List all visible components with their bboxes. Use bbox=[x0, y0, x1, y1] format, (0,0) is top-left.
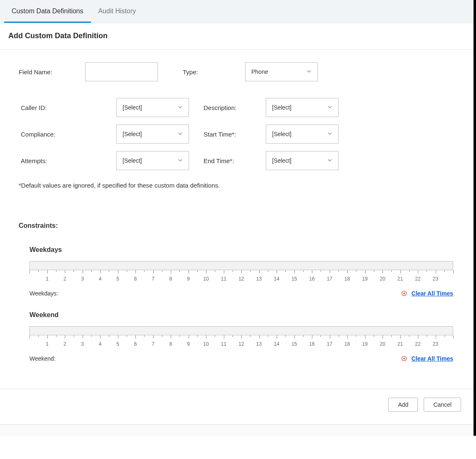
action-bar: Add Cancel bbox=[0, 389, 474, 424]
weekdays-title: Weekdays bbox=[29, 246, 455, 254]
weekend-slider[interactable] bbox=[29, 326, 453, 335]
caller-id-value: [Select] bbox=[123, 104, 142, 111]
type-select-value: Phone bbox=[251, 68, 268, 75]
weekdays-slider[interactable] bbox=[29, 261, 453, 270]
start-time-value: [Select] bbox=[272, 131, 292, 137]
end-time-label: End Time*: bbox=[204, 157, 253, 164]
end-time-select[interactable]: [Select] bbox=[266, 151, 339, 170]
weekdays-clear-all-link[interactable]: Clear All Times bbox=[412, 290, 453, 297]
tab-custom-data-definitions[interactable]: Custom Data Definitions bbox=[4, 0, 91, 23]
weekdays-ticks bbox=[29, 270, 453, 274]
description-value: [Select] bbox=[272, 104, 292, 111]
error-icon bbox=[401, 290, 407, 297]
description-label: Description: bbox=[204, 104, 253, 111]
weekend-block: Weekend 12345678910111213141516171819202… bbox=[19, 311, 455, 362]
weekend-tick-labels: 1234567891011121314151617181920212223 bbox=[29, 341, 453, 349]
form-area: Field Name: Type: Phone Caller ID: [Sele… bbox=[0, 50, 474, 193]
start-time-select[interactable]: [Select] bbox=[266, 125, 339, 144]
field-name-label: Field Name: bbox=[19, 68, 73, 76]
weekend-ticks bbox=[29, 335, 453, 339]
weekdays-tick-labels: 1234567891011121314151617181920212223 bbox=[29, 276, 453, 284]
start-time-label: Start Time*: bbox=[204, 131, 253, 138]
weekdays-block: Weekdays 1234567891011121314151617181920… bbox=[19, 246, 455, 297]
chevron-down-icon bbox=[327, 131, 332, 137]
caller-id-label: Caller ID: bbox=[21, 104, 104, 111]
weekdays-footer-label: Weekdays: bbox=[29, 290, 58, 297]
description-select[interactable]: [Select] bbox=[266, 98, 339, 117]
default-values-note: *Default values are ignored, if specifie… bbox=[19, 182, 455, 189]
chevron-down-icon bbox=[178, 131, 183, 137]
chevron-down-icon bbox=[178, 157, 183, 164]
add-button[interactable]: Add bbox=[388, 398, 418, 412]
compliance-select[interactable]: [Select] bbox=[116, 125, 189, 144]
tab-audit-history[interactable]: Audit History bbox=[91, 0, 144, 23]
bottom-strip bbox=[0, 424, 474, 436]
caller-id-select[interactable]: [Select] bbox=[116, 98, 189, 117]
chevron-down-icon bbox=[307, 68, 312, 75]
weekend-footer-label: Weekend: bbox=[29, 355, 56, 362]
end-time-value: [Select] bbox=[272, 157, 292, 164]
attempts-value: [Select] bbox=[123, 157, 142, 164]
page-title: Add Custom Data Definition bbox=[8, 32, 465, 40]
page-header: Add Custom Data Definition bbox=[0, 23, 474, 50]
attempts-label: Attempts: bbox=[21, 157, 104, 164]
attempts-select[interactable]: [Select] bbox=[116, 151, 189, 170]
tabs-bar: Custom Data Definitions Audit History bbox=[0, 0, 474, 23]
field-name-input[interactable] bbox=[85, 62, 158, 81]
chevron-down-icon bbox=[327, 157, 332, 164]
chevron-down-icon bbox=[178, 104, 183, 111]
error-icon bbox=[401, 355, 407, 362]
compliance-value: [Select] bbox=[123, 131, 142, 137]
type-label: Type: bbox=[183, 68, 233, 76]
type-select[interactable]: Phone bbox=[245, 62, 318, 81]
weekend-title: Weekend bbox=[29, 311, 455, 319]
constraints-title: Constraints: bbox=[19, 222, 455, 230]
chevron-down-icon bbox=[327, 104, 332, 111]
constraints-section: Constraints: Weekdays 123456789101112131… bbox=[0, 222, 474, 389]
compliance-label: Compliance: bbox=[21, 131, 104, 138]
weekend-clear-all-link[interactable]: Clear All Times bbox=[412, 355, 453, 362]
cancel-button[interactable]: Cancel bbox=[424, 398, 461, 412]
